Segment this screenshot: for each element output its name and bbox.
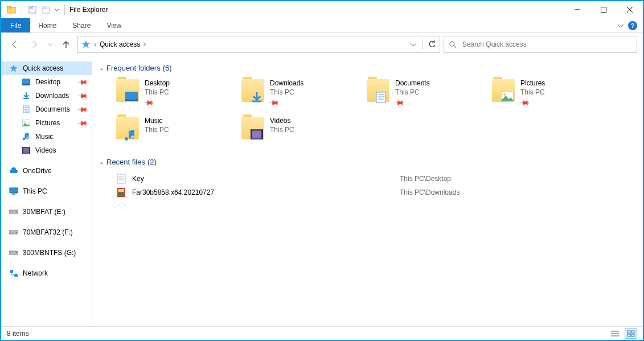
maximize-button[interactable] [590, 1, 617, 18]
sidebar-item-label: Videos [35, 146, 56, 154]
svg-rect-61 [631, 331, 634, 333]
folder-tile-downloads[interactable]: DownloadsThis PC📌 [241, 78, 355, 110]
recent-locations-button[interactable] [46, 36, 55, 52]
svg-rect-60 [627, 331, 630, 333]
sidebar-item-label: OneDrive [23, 167, 52, 175]
address-dropdown-icon[interactable] [411, 42, 416, 47]
sidebar-item-label: Desktop [35, 78, 60, 86]
minimize-button[interactable] [564, 1, 590, 18]
svg-rect-3 [30, 7, 33, 9]
svg-marker-10 [82, 40, 90, 48]
sidebar-item-network[interactable]: Network [1, 266, 92, 280]
svg-point-22 [24, 121, 26, 123]
group-title: Frequent folders [106, 64, 161, 72]
tab-view[interactable]: View [99, 18, 129, 32]
search-input[interactable] [461, 40, 632, 49]
folder-tile-desktop[interactable]: DesktopThis PC📌 [116, 78, 230, 110]
back-button[interactable] [7, 36, 23, 52]
folder-location: This PC [395, 88, 430, 96]
sidebar-item-desktop[interactable]: Desktop 📌 [1, 75, 92, 89]
folder-tile-pictures[interactable]: PicturesThis PC📌 [492, 78, 606, 110]
svg-rect-27 [10, 188, 18, 193]
tab-home[interactable]: Home [30, 18, 64, 32]
svg-rect-48 [251, 129, 252, 139]
sidebar-item-downloads[interactable]: Downloads 📌 [1, 89, 92, 102]
folder-tile-videos[interactable]: VideosThis PC [241, 116, 355, 147]
tab-share[interactable]: Share [64, 18, 99, 32]
sidebar-item-drive-e[interactable]: 30MBFAT (E:) [1, 205, 92, 219]
address-bar[interactable]: › Quick access › [77, 36, 440, 53]
sidebar-item-pictures[interactable]: Pictures 📌 [1, 116, 92, 130]
forward-button[interactable] [26, 36, 42, 52]
sidebar-item-label: Network [23, 269, 48, 277]
group-header-recent[interactable]: ⌄ Recent files (2) [99, 158, 636, 166]
view-details-button[interactable] [609, 328, 621, 339]
pin-icon: 📌 [77, 104, 89, 116]
qat-properties-icon[interactable] [26, 3, 39, 16]
svg-rect-5 [43, 7, 46, 9]
folder-tile-documents[interactable]: DocumentsThis PC📌 [367, 78, 481, 110]
sidebar-item-videos[interactable]: Videos [1, 143, 92, 157]
sidebar-item-label: 300MBNTFS (G:) [23, 249, 76, 257]
svg-rect-63 [631, 334, 634, 336]
breadcrumb-quick-access[interactable]: Quick access [100, 40, 140, 48]
folder-tile-music[interactable]: MusicThis PC [116, 116, 230, 147]
svg-rect-36 [14, 274, 18, 277]
file-path: This PC\Desktop [400, 175, 451, 183]
document-icon [22, 105, 31, 114]
sidebar-item-music[interactable]: Music [1, 130, 92, 143]
file-icon [116, 187, 126, 198]
chevron-down-icon: ⌄ [99, 64, 104, 72]
close-button[interactable] [617, 1, 643, 18]
folder-icon [241, 79, 264, 102]
file-icon [116, 174, 126, 184]
folder-name: Downloads [270, 79, 303, 87]
separator [22, 5, 22, 15]
sidebar-item-this-pc[interactable]: This PC [1, 184, 92, 198]
qat-customize-icon[interactable] [53, 3, 61, 16]
view-large-icons-button[interactable] [625, 328, 637, 339]
network-icon [9, 269, 18, 278]
help-button[interactable]: ? [628, 21, 637, 30]
svg-marker-13 [10, 65, 17, 72]
svg-rect-28 [12, 194, 15, 195]
svg-rect-49 [261, 129, 263, 139]
music-icon [22, 132, 31, 141]
status-bar: 8 items [1, 326, 643, 340]
svg-point-32 [16, 232, 17, 233]
pin-icon: 📌 [77, 117, 89, 129]
download-icon [22, 91, 31, 100]
chevron-right-icon: › [143, 40, 146, 48]
separator [422, 39, 423, 50]
folder-name: Music [145, 117, 169, 125]
svg-point-30 [16, 211, 17, 212]
svg-rect-26 [29, 147, 30, 154]
up-button[interactable] [58, 36, 74, 52]
sidebar-item-quick-access[interactable]: Quick access [1, 61, 92, 75]
svg-rect-38 [125, 100, 138, 101]
drive-icon [9, 248, 18, 257]
sidebar-item-onedrive[interactable]: OneDrive [1, 164, 92, 178]
sidebar-item-documents[interactable]: Documents 📌 [1, 102, 92, 116]
sidebar-item-label: Music [35, 133, 53, 141]
search-box[interactable] [444, 36, 637, 53]
group-header-frequent[interactable]: ⌄ Frequent folders (6) [99, 64, 636, 72]
ribbon-expand-icon[interactable] [618, 23, 624, 28]
file-menu[interactable]: File [1, 18, 30, 32]
svg-point-45 [503, 93, 506, 96]
sidebar-item-label: Documents [35, 105, 70, 113]
qat-new-folder-icon[interactable] [39, 3, 53, 16]
file-name: Key [132, 175, 394, 183]
refresh-button[interactable] [428, 40, 436, 48]
recent-file-row[interactable]: Far30b5858.x64.20210727This PC\Downloads [116, 186, 636, 199]
svg-rect-14 [22, 79, 30, 84]
svg-rect-56 [118, 192, 124, 195]
svg-rect-62 [627, 334, 630, 336]
sidebar-item-drive-g[interactable]: 300MBNTFS (G:) [1, 246, 92, 260]
recent-file-row[interactable]: KeyThis PC\Desktop [116, 172, 636, 186]
window-title: File Explorer [69, 6, 108, 14]
folder-name: Pictures [520, 79, 545, 87]
svg-rect-50 [117, 174, 125, 183]
sidebar-item-drive-f[interactable]: 70MBFAT32 (F:) [1, 225, 92, 239]
explorer-app-icon[interactable] [5, 3, 18, 16]
